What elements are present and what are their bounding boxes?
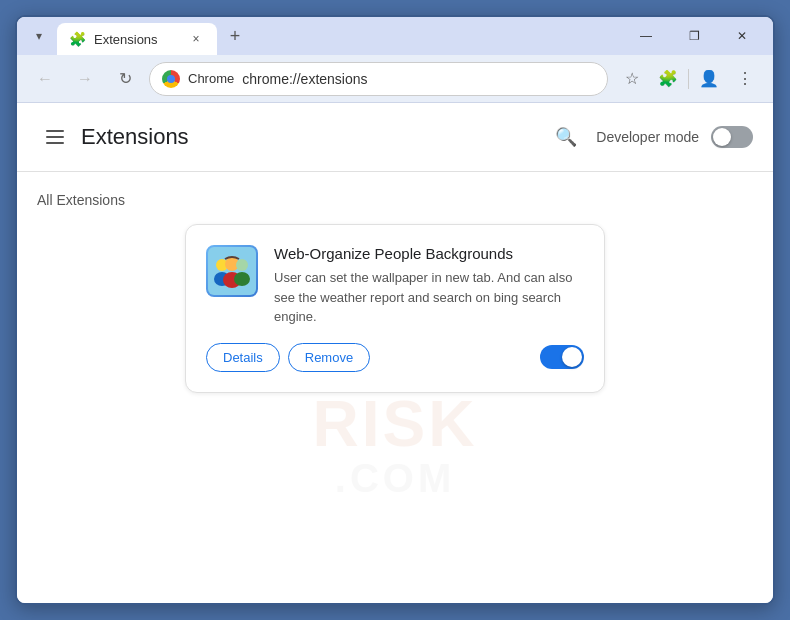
active-tab[interactable]: 🧩 Extensions × xyxy=(57,23,217,55)
extensions-icon-button[interactable]: 🧩 xyxy=(652,63,684,95)
extensions-puzzle-icon: 🧩 xyxy=(658,69,678,88)
extensions-header: Extensions 🔍 Developer mode xyxy=(17,103,773,172)
svg-point-5 xyxy=(236,259,248,271)
extension-card-footer: Details Remove xyxy=(206,343,584,372)
details-button[interactable]: Details xyxy=(206,343,280,372)
back-icon: ← xyxy=(37,70,53,88)
profile-icon: 👤 xyxy=(699,69,719,88)
extension-buttons: Details Remove xyxy=(206,343,370,372)
hamburger-line xyxy=(46,142,64,144)
extension-icon-svg xyxy=(208,247,256,295)
browser-window: ▾ 🧩 Extensions × + — ❐ ✕ ← → ↻ Ch xyxy=(15,15,775,605)
chrome-brand-label: Chrome xyxy=(188,71,234,86)
minimize-button[interactable]: — xyxy=(623,21,669,51)
nav-divider xyxy=(688,69,689,89)
nav-icons: ☆ 🧩 👤 ⋮ xyxy=(616,63,761,95)
tab-bar: ▾ 🧩 Extensions × + xyxy=(25,20,249,52)
extension-enable-toggle[interactable] xyxy=(540,345,584,369)
window-controls: — ❐ ✕ xyxy=(623,21,765,51)
hamburger-line xyxy=(46,130,64,132)
bookmark-icon-button[interactable]: ☆ xyxy=(616,63,648,95)
extension-icon xyxy=(206,245,258,297)
extension-card-header: Web-Organize People Backgrounds User can… xyxy=(206,245,584,327)
reload-button[interactable]: ↻ xyxy=(109,63,141,95)
menu-icon-button[interactable]: ⋮ xyxy=(729,63,761,95)
address-bar[interactable]: Chrome chrome://extensions xyxy=(149,62,608,96)
window-menu-button[interactable]: ▾ xyxy=(25,22,53,50)
extension-name: Web-Organize People Backgrounds xyxy=(274,245,584,262)
content-area: Extensions 🔍 Developer mode 🔍 RISK .COM … xyxy=(17,103,773,603)
reload-icon: ↻ xyxy=(119,69,132,88)
profile-icon-button[interactable]: 👤 xyxy=(693,63,725,95)
tab-title: Extensions xyxy=(94,32,179,47)
developer-mode-label: Developer mode xyxy=(596,129,699,145)
main-content: 🔍 RISK .COM All Extensions xyxy=(17,172,773,603)
svg-point-6 xyxy=(234,272,250,286)
tab-close-button[interactable]: × xyxy=(187,30,205,48)
extension-description: User can set the wallpaper in new tab. A… xyxy=(274,268,584,327)
tab-favicon-icon: 🧩 xyxy=(69,31,86,47)
watermark-com-text: .COM xyxy=(335,456,455,501)
maximize-button[interactable]: ❐ xyxy=(671,21,717,51)
dropdown-icon: ▾ xyxy=(36,29,42,43)
back-button[interactable]: ← xyxy=(29,63,61,95)
forward-button[interactable]: → xyxy=(69,63,101,95)
forward-icon: → xyxy=(77,70,93,88)
bookmark-icon: ☆ xyxy=(625,69,639,88)
page-title: Extensions xyxy=(81,124,548,150)
title-bar: ▾ 🧩 Extensions × + — ❐ ✕ xyxy=(17,17,773,55)
watermark-risk-text: RISK xyxy=(313,392,478,456)
hamburger-line xyxy=(46,136,64,138)
nav-bar: ← → ↻ Chrome chrome://extensions ☆ 🧩 👤 xyxy=(17,55,773,103)
extension-card: Web-Organize People Backgrounds User can… xyxy=(185,224,605,393)
new-tab-button[interactable]: + xyxy=(221,22,249,50)
url-text: chrome://extensions xyxy=(242,71,595,87)
header-right: 🔍 Developer mode xyxy=(548,119,753,155)
menu-dots-icon: ⋮ xyxy=(737,69,753,88)
developer-mode-toggle[interactable] xyxy=(711,126,753,148)
all-extensions-label: All Extensions xyxy=(37,192,753,208)
hamburger-menu-button[interactable] xyxy=(37,119,73,155)
remove-button[interactable]: Remove xyxy=(288,343,370,372)
chrome-logo-icon xyxy=(162,70,180,88)
search-icon: 🔍 xyxy=(555,126,577,148)
close-button[interactable]: ✕ xyxy=(719,21,765,51)
search-extensions-button[interactable]: 🔍 xyxy=(548,119,584,155)
extension-info: Web-Organize People Backgrounds User can… xyxy=(274,245,584,327)
